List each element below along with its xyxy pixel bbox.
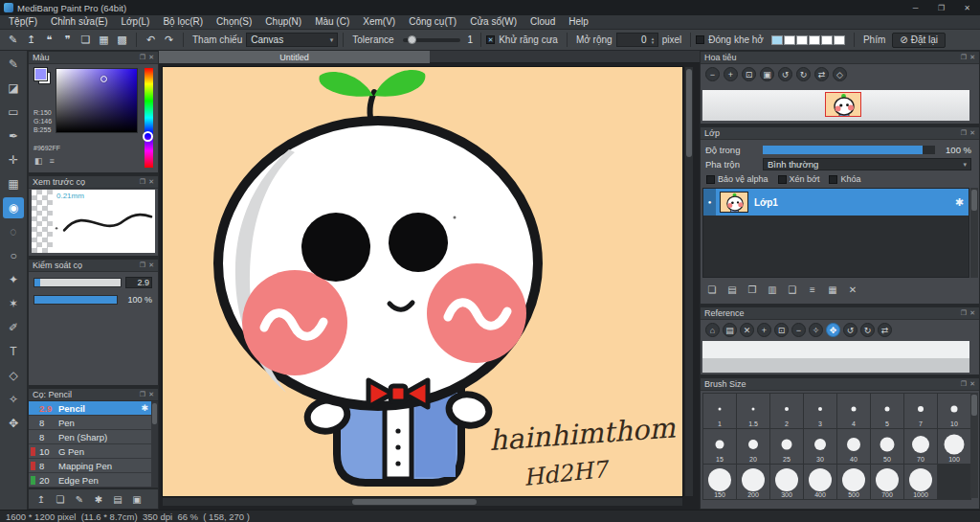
brush-size-option[interactable]: 10 xyxy=(938,394,970,428)
color-sliders-icon[interactable]: ≡ xyxy=(50,156,55,166)
brush-size-option[interactable]: 2 xyxy=(770,394,803,428)
ellipse-select-tool[interactable]: ○ xyxy=(3,245,24,266)
checkbox-icon[interactable] xyxy=(706,175,715,184)
scrollbar-thumb[interactable] xyxy=(686,69,692,157)
bucket-tool[interactable]: ◉ xyxy=(3,197,24,218)
divide-tool[interactable]: ▦ xyxy=(3,173,24,194)
popout-icon[interactable]: ❐ xyxy=(961,129,967,137)
brush-settings-icon[interactable]: ✱ xyxy=(141,403,148,413)
layer-settings-icon[interactable]: ✱ xyxy=(955,196,964,209)
close-icon[interactable]: ✕ xyxy=(969,380,975,388)
brush-item[interactable]: 2.9Pencil✱ xyxy=(29,401,158,416)
clear-icon[interactable]: ✕ xyxy=(740,323,754,337)
gap-size-swatch[interactable] xyxy=(834,35,845,45)
brush-size-option[interactable]: 300 xyxy=(770,465,803,499)
popout-icon[interactable]: ❐ xyxy=(140,54,145,61)
grid-icon[interactable]: ▦ xyxy=(96,32,112,48)
brush-size-option[interactable]: 1 xyxy=(703,394,736,428)
scrollbar-thumb[interactable] xyxy=(971,395,977,416)
brush-opacity-slider[interactable] xyxy=(33,295,118,305)
add-folder-icon[interactable]: ▤ xyxy=(724,283,740,297)
brush-tool[interactable]: ✎ xyxy=(3,54,24,75)
material-icon[interactable]: ▦ xyxy=(825,283,840,297)
duplicate-layer-icon[interactable]: ❐ xyxy=(745,283,760,297)
brush-size-option[interactable]: 1.5 xyxy=(737,394,769,428)
hue-marker[interactable] xyxy=(143,131,153,142)
brush-size-option[interactable]: 70 xyxy=(904,429,937,464)
zoom-out-icon[interactable]: − xyxy=(791,323,806,337)
brush-size-option[interactable]: 25 xyxy=(770,429,803,464)
brush-size-option[interactable]: 150 xyxy=(703,465,736,499)
comment-icon[interactable]: ❝ xyxy=(41,32,57,48)
blend-mode-select[interactable]: Bình thường ▾ xyxy=(763,158,971,170)
pages-icon[interactable]: ❏ xyxy=(78,32,94,48)
menu-cloud[interactable]: Cloud xyxy=(523,15,562,29)
eraser-tool[interactable]: ◪ xyxy=(3,78,24,99)
move-tool[interactable]: ✛ xyxy=(3,149,24,170)
menu-color[interactable]: Màu (C) xyxy=(308,15,356,29)
gap-size-swatch[interactable] xyxy=(784,35,795,45)
flip-icon[interactable]: ⇄ xyxy=(814,67,829,81)
popout-icon[interactable]: ❐ xyxy=(140,261,145,269)
reference-select[interactable]: Canvas ▾ xyxy=(246,33,338,47)
navigator-thumbnail[interactable] xyxy=(825,92,861,117)
scrollbar-thumb[interactable] xyxy=(152,403,157,424)
upload-icon[interactable]: ↥ xyxy=(33,492,49,507)
gap-size-swatch[interactable] xyxy=(796,35,808,45)
brush-size-option[interactable]: 100 xyxy=(938,429,970,464)
brush-size-option[interactable]: 7 xyxy=(904,394,937,428)
reset-button[interactable]: ⊘ Đặt lại xyxy=(892,33,946,48)
close-icon[interactable]: ✕ xyxy=(148,54,154,61)
text-tool[interactable]: T xyxy=(3,341,24,362)
brush-settings-icon[interactable]: ✱ xyxy=(91,492,106,507)
checkbox-icon[interactable] xyxy=(829,175,837,184)
expand-spinner[interactable]: 0 ▴▾ xyxy=(616,33,658,47)
brush-size-option[interactable]: 4 xyxy=(837,394,870,428)
menu-help[interactable]: Help xyxy=(562,15,595,29)
lasso-tool[interactable]: ◌ xyxy=(3,221,24,242)
layer-option-checkbox[interactable]: Bảo vệ alpha xyxy=(706,174,768,184)
canvas-horizontal-scrollbar[interactable] xyxy=(163,498,682,506)
publish-icon[interactable]: ↥ xyxy=(23,32,39,48)
canvas-vertical-scrollbar[interactable] xyxy=(685,67,693,496)
tolerance-slider[interactable] xyxy=(403,38,460,42)
menu-edit[interactable]: Chỉnh sửa(E) xyxy=(44,15,115,29)
menu-tools[interactable]: Công cụ(T) xyxy=(402,15,463,29)
brush-size-option[interactable]: 1000 xyxy=(904,465,937,499)
zoom-in-icon[interactable]: + xyxy=(724,67,738,81)
brush-size-option[interactable]: 15 xyxy=(703,429,736,464)
close-icon[interactable]: ✕ xyxy=(969,129,975,137)
brush-size-option[interactable]: 5 xyxy=(871,394,903,428)
add-layer-icon[interactable]: ❏ xyxy=(704,283,720,297)
menu-view[interactable]: Xem(V) xyxy=(356,15,402,29)
paint-icon[interactable]: ✎ xyxy=(5,32,21,48)
open-image-icon[interactable]: ⌂ xyxy=(705,323,720,337)
close-icon[interactable]: ✕ xyxy=(969,54,975,61)
menu-window[interactable]: Cửa sổ(W) xyxy=(463,15,523,29)
menu-file[interactable]: Tệp(F) xyxy=(2,15,44,29)
edit-brush-icon[interactable]: ✎ xyxy=(72,492,87,507)
copy-layer-icon[interactable]: ❑ xyxy=(785,283,800,297)
popout-icon[interactable]: ❐ xyxy=(140,391,145,398)
layer-opacity-slider[interactable] xyxy=(763,146,935,154)
antialias-checkbox[interactable]: ✕ xyxy=(486,35,495,44)
layer-list-scrollbar[interactable] xyxy=(970,188,978,278)
brush-item[interactable]: 10G Pen xyxy=(29,444,158,459)
gap-size-swatch[interactable] xyxy=(771,35,783,45)
close-icon[interactable]: ✕ xyxy=(148,261,154,269)
saturation-value-picker[interactable] xyxy=(56,68,138,133)
brush-size-option[interactable]: 200 xyxy=(737,465,769,499)
material-icon[interactable]: ▩ xyxy=(114,32,130,48)
menu-select[interactable]: Chọn(S) xyxy=(210,15,258,29)
swap-colors-icon[interactable]: ◧ xyxy=(34,156,43,166)
select-pen-tool[interactable]: ✐ xyxy=(3,317,24,338)
eyedropper-tool[interactable]: ✧ xyxy=(3,389,24,410)
rotate-right-icon[interactable]: ↻ xyxy=(860,323,875,337)
new-brush-icon[interactable]: ❏ xyxy=(53,492,68,507)
close-icon[interactable]: ✕ xyxy=(148,178,154,186)
actual-size-icon[interactable]: ▣ xyxy=(760,67,774,81)
fit-window-icon[interactable]: ⊡ xyxy=(742,67,756,81)
layer-option-checkbox[interactable]: Xén bớt xyxy=(778,174,820,184)
wand-tool[interactable]: ✶ xyxy=(3,293,24,314)
chat-icon[interactable]: ❞ xyxy=(59,32,76,48)
